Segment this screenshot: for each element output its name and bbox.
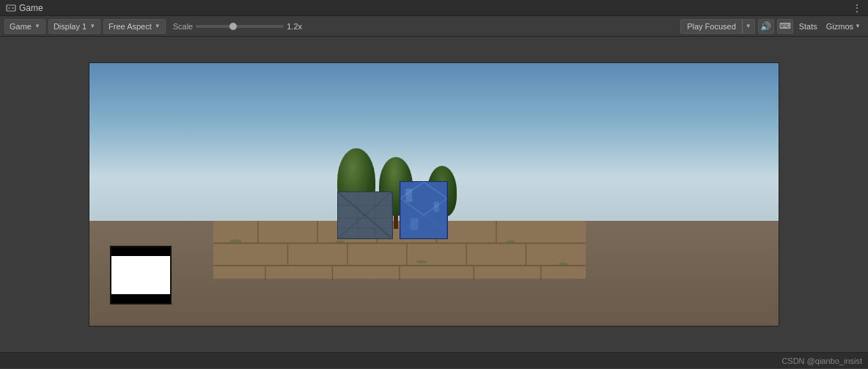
scale-slider-wrap: 1.2x — [196, 22, 302, 31]
aspect-dropdown-arrow: ▼ — [155, 23, 161, 29]
keyboard-button[interactable]: ⌨ — [777, 19, 793, 34]
aspect-dropdown-label: Free Aspect — [108, 22, 152, 31]
gizmos-arrow: ▼ — [855, 23, 861, 29]
keyboard-icon: ⌨ — [779, 21, 791, 31]
svg-rect-44 — [411, 219, 419, 230]
aspect-dropdown[interactable]: Free Aspect ▼ — [103, 19, 166, 34]
svg-point-24 — [559, 263, 567, 266]
game-dropdown[interactable]: Game ▼ — [4, 19, 45, 34]
display-dropdown[interactable]: Display 1 ▼ — [48, 19, 100, 34]
tab-bar: Game ⋮ — [0, 0, 868, 16]
game-tab-icon — [6, 3, 16, 13]
play-focused-label: Play Focused — [681, 22, 742, 31]
scale-value: 1.2x — [287, 22, 302, 31]
svg-rect-0 — [7, 5, 15, 11]
svg-rect-43 — [434, 202, 439, 212]
block-stone — [337, 191, 392, 238]
block-blue — [400, 181, 448, 239]
svg-point-23 — [507, 240, 515, 243]
game-viewport — [89, 62, 779, 326]
svg-rect-42 — [405, 189, 412, 202]
svg-point-20 — [230, 239, 242, 244]
gizmos-dropdown[interactable]: Gizmos ▼ — [823, 21, 864, 32]
mini-thumbnail — [110, 246, 172, 304]
svg-point-22 — [416, 260, 427, 263]
play-focused-arrow: ▼ — [742, 20, 754, 33]
main-area — [0, 37, 868, 352]
tab-title: Game — [19, 3, 43, 13]
display-dropdown-label: Display 1 — [54, 22, 87, 31]
game-dropdown-arrow: ▼ — [34, 23, 40, 29]
gizmos-label: Gizmos — [826, 22, 853, 31]
scale-slider-thumb — [229, 23, 237, 30]
stats-button[interactable]: Stats — [796, 21, 820, 32]
toolbar: Game ▼ Display 1 ▼ Free Aspect ▼ Scale 1… — [0, 16, 868, 37]
scale-slider[interactable] — [196, 25, 284, 28]
svg-point-2 — [12, 7, 14, 9]
watermark-text: CSDN @qianbo_insist — [781, 357, 862, 365]
status-bar: CSDN @qianbo_insist — [0, 352, 868, 368]
svg-point-1 — [9, 7, 10, 9]
audio-button[interactable]: 🔊 — [758, 19, 774, 34]
scale-label: Scale — [173, 22, 194, 31]
svg-point-21 — [336, 240, 345, 243]
game-dropdown-label: Game — [10, 22, 32, 31]
audio-icon: 🔊 — [760, 21, 771, 32]
display-dropdown-arrow: ▼ — [89, 23, 95, 29]
tab-menu-icon[interactable]: ⋮ — [852, 2, 862, 14]
play-focused-button[interactable]: Play Focused ▼ — [680, 19, 755, 34]
mini-thumbnail-black — [111, 294, 170, 303]
mini-thumbnail-white — [111, 256, 170, 296]
